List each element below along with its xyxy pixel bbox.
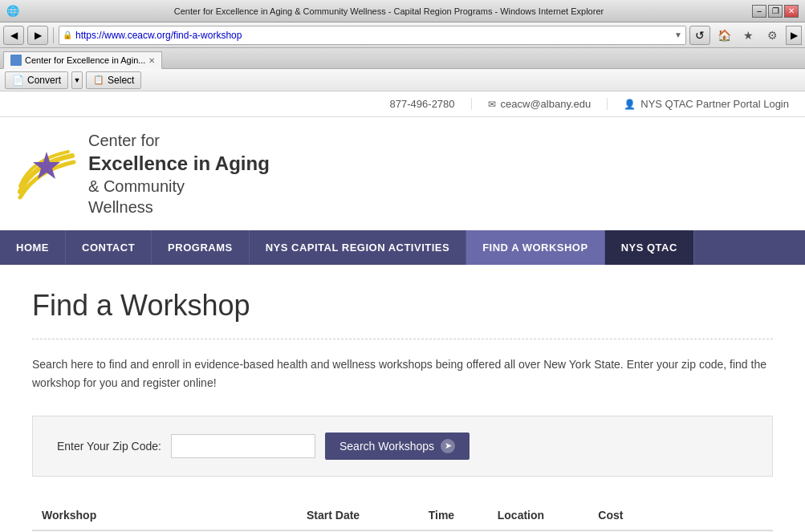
browser-title: Center for Excellence in Aging & Communi… — [26, 6, 752, 16]
browser-toolbar: ◀ ▶ 🔒 https://www.ceacw.org/find-a-works… — [0, 22, 805, 48]
close-button[interactable]: ✕ — [784, 5, 799, 18]
nav-capital-region[interactable]: NYS CAPITAL REGION ACTIVITIES — [250, 230, 467, 265]
workshop-table: Workshop Start Date Time Location Cost W… — [32, 501, 773, 532]
logo-line2: Excellence in Aging — [88, 151, 270, 176]
address-bar[interactable]: 🔒 https://www.ceacw.org/find-a-workshop … — [59, 26, 686, 45]
browser-title-bar: 🌐 Center for Excellence in Aging & Commu… — [0, 0, 805, 22]
logo-area: Center for Excellence in Aging & Communi… — [16, 130, 270, 217]
address-dropdown[interactable]: ▼ — [674, 30, 682, 39]
logo-line4: Wellness — [88, 197, 270, 217]
convert-dropdown-button[interactable]: ▼ — [71, 71, 83, 89]
zip-input[interactable] — [171, 434, 315, 458]
tab-label: Center for Excellence in Agin... — [25, 55, 145, 65]
phone-number: 877-496-2780 — [390, 98, 455, 110]
window-controls[interactable]: – ❐ ✕ — [752, 5, 799, 18]
nav-contact[interactable]: CONTACT — [66, 230, 152, 265]
convert-button[interactable]: 📄 Convert — [5, 71, 68, 89]
col-start-date: Start Date — [297, 501, 419, 530]
select-button[interactable]: 📋 Select — [86, 71, 141, 89]
logo-swoosh-svg — [16, 148, 80, 200]
page-content: 877-496-2780 ✉ ceacw@albany.edu 👤 NYS QT… — [0, 91, 805, 532]
email-contact[interactable]: ✉ ceacw@albany.edu — [472, 98, 608, 110]
tab-favicon — [10, 55, 22, 66]
refresh-button[interactable]: ↺ — [689, 26, 710, 45]
intro-text: Search here to find and enroll in eviden… — [32, 355, 773, 392]
nav-home[interactable]: HOME — [0, 230, 66, 265]
address-bar-icon: 🔒 — [63, 30, 72, 39]
logo-text: Center for Excellence in Aging & Communi… — [88, 130, 270, 217]
zip-label: Enter Your Zip Code: — [57, 440, 161, 453]
col-workshop: Workshop — [32, 501, 297, 530]
nav-find-workshop[interactable]: FIND A WORKSHOP — [466, 230, 604, 265]
nav-programs[interactable]: PROGRAMS — [152, 230, 250, 265]
col-location: Location — [488, 501, 589, 530]
main-nav: HOME CONTACT PROGRAMS NYS CAPITAL REGION… — [0, 230, 805, 265]
portal-label: NYS QTAC Partner Portal Login — [640, 98, 789, 110]
phone-contact: 877-496-2780 — [374, 98, 472, 110]
sidebar-expand-button[interactable]: ▶ — [786, 26, 802, 45]
page-body: Find a Workshop Search here to find and … — [0, 265, 805, 532]
tab-close-button[interactable]: ✕ — [148, 56, 155, 65]
search-workshops-button[interactable]: Search Workshops ➤ — [325, 433, 470, 460]
convert-toolbar: 📄 Convert ▼ 📋 Select — [0, 69, 805, 91]
col-time: Time — [419, 501, 488, 530]
user-icon: 👤 — [624, 99, 636, 110]
active-tab[interactable]: Center for Excellence in Agin... ✕ — [3, 51, 162, 69]
pdf-icon: 📄 — [12, 75, 24, 86]
tools-button[interactable]: ⚙ — [762, 26, 783, 45]
address-bar-text: https://www.ceacw.org/find-a-workshop — [75, 30, 674, 41]
top-contact-bar: 877-496-2780 ✉ ceacw@albany.edu 👤 NYS QT… — [0, 91, 805, 117]
portal-contact[interactable]: 👤 NYS QTAC Partner Portal Login — [608, 98, 805, 110]
forward-button[interactable]: ▶ — [27, 26, 48, 45]
back-button[interactable]: ◀ — [3, 26, 24, 45]
select-label: Select — [108, 75, 134, 86]
select-icon: 📋 — [93, 75, 104, 85]
restore-button[interactable]: ❐ — [768, 5, 783, 18]
search-btn-label: Search Workshops — [339, 440, 434, 453]
page-divider — [32, 339, 773, 339]
logo-graphic — [16, 148, 80, 200]
col-action — [664, 501, 773, 530]
site-header: Center for Excellence in Aging & Communi… — [0, 117, 805, 230]
favorites-button[interactable]: ★ — [738, 26, 758, 45]
minimize-button[interactable]: – — [752, 5, 766, 18]
logo-line1: Center for — [88, 130, 270, 151]
search-arrow-icon: ➤ — [441, 439, 455, 453]
home-browser-button[interactable]: 🏠 — [714, 26, 734, 45]
email-address: ceacw@albany.edu — [501, 98, 592, 110]
logo-line3: & Community — [88, 176, 270, 197]
tab-bar: Center for Excellence in Agin... ✕ — [0, 48, 805, 69]
search-form: Enter Your Zip Code: Search Workshops ➤ — [32, 416, 773, 477]
email-icon: ✉ — [488, 99, 496, 110]
page-title: Find a Workshop — [32, 289, 773, 323]
col-cost: Cost — [588, 501, 664, 530]
nav-nys-qtac[interactable]: NYS QTAC — [605, 230, 694, 265]
table-header-row: Workshop Start Date Time Location Cost — [32, 501, 773, 530]
convert-label: Convert — [27, 75, 61, 86]
